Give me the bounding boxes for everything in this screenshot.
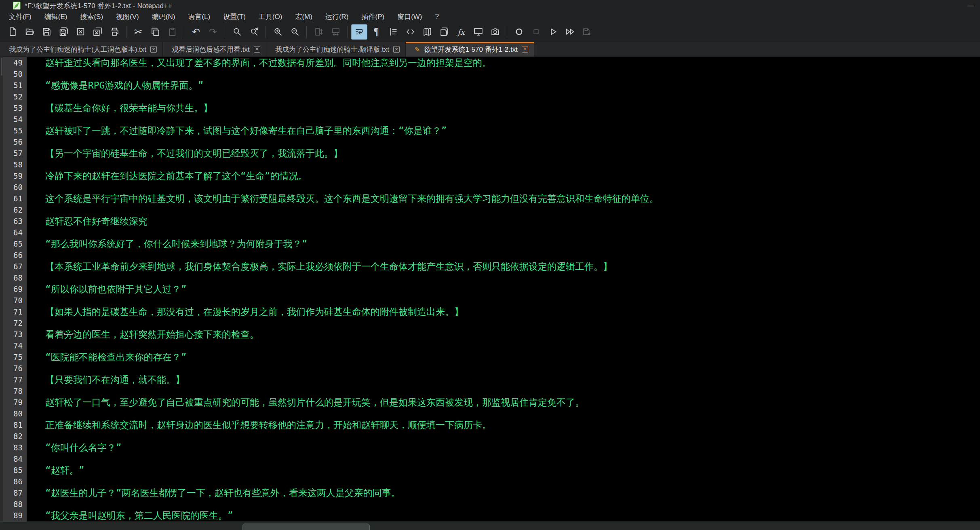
line-text: “所以你以前也依附于其它人过？” <box>27 283 980 295</box>
show-all-chars-icon[interactable]: ¶ <box>368 24 384 40</box>
line-text: 【本系统工业革命前夕来到地球，我们身体契合度极高，实际上我必须依附于一个生命体才… <box>27 261 980 272</box>
copy-icon[interactable] <box>147 24 163 40</box>
open-file-icon[interactable] <box>21 24 38 40</box>
menu-item-2[interactable]: 搜索(S) <box>74 11 110 22</box>
line-text: 这个系统是平行宇宙中的硅基文明，该文明由于繁衍受阻最终毁灭。这个东西是文明遗留下… <box>27 193 980 204</box>
editor-line: 50 <box>3 68 980 80</box>
indent-guide-icon[interactable] <box>385 24 401 40</box>
line-text: 【如果人指的是碳基生命，那没有过，在漫长的岁月之前，我们作为硅基生命体的附件被制… <box>27 306 980 317</box>
toolbar-separator <box>507 26 507 38</box>
line-text <box>27 453 980 465</box>
save-all-icon[interactable] <box>55 24 72 40</box>
tab-close-icon[interactable]: × <box>522 46 528 53</box>
editor-line: 66 <box>3 249 980 261</box>
line-text: 正准备继续和系统交流时，赵轩身边的医生似乎想要转移他的注意力，开始和赵轩聊天，顺… <box>27 419 980 431</box>
tab-1[interactable]: 我成为了公主们痴迷的骑士(人工润色版本).txt× <box>0 42 163 57</box>
line-number: 76 <box>3 363 27 374</box>
monitor-icon[interactable] <box>470 24 486 40</box>
save-macro-icon[interactable] <box>579 24 595 40</box>
func-tags-icon[interactable] <box>402 24 418 40</box>
tab-3[interactable]: 我成为了公主们痴迷的骑士.翻译版.txt× <box>266 42 406 57</box>
new-file-icon[interactable] <box>4 24 21 40</box>
line-number: 85 <box>3 465 27 476</box>
menu-item-3[interactable]: 视图(V) <box>110 11 145 22</box>
line-text <box>27 272 980 283</box>
save-icon[interactable] <box>38 24 55 40</box>
line-text: 赵轩歪过头看向那名医生，又出现了差不多的界面，不过数据有所差别。同时他注意到另一… <box>27 57 980 68</box>
line-number: 87 <box>3 487 27 498</box>
close-icon[interactable] <box>72 24 89 40</box>
cut-icon[interactable]: ✂ <box>130 24 146 40</box>
line-number: 56 <box>3 136 27 148</box>
print-icon[interactable] <box>106 24 122 40</box>
snapshot-icon[interactable] <box>487 24 503 40</box>
editor-line: 56 <box>3 136 980 148</box>
line-number: 62 <box>3 204 27 215</box>
line-number: 68 <box>3 272 27 283</box>
record-macro-icon[interactable] <box>511 24 527 40</box>
editor-line: 88 <box>3 498 980 510</box>
menu-item-7[interactable]: 工具(O) <box>252 11 289 22</box>
toolbar-separator <box>225 26 225 38</box>
line-number: 69 <box>3 283 27 295</box>
line-text <box>27 114 980 125</box>
menu-item-0[interactable]: 文件(F) <box>2 11 38 22</box>
line-number: 72 <box>3 317 27 329</box>
tab-close-icon[interactable]: × <box>150 46 157 53</box>
tab-close-icon[interactable]: × <box>254 46 260 53</box>
line-number: 55 <box>3 125 27 136</box>
stop-record-icon[interactable] <box>528 24 544 40</box>
word-wrap-icon[interactable] <box>351 24 367 40</box>
menu-item-11[interactable]: 窗口(W) <box>391 11 428 22</box>
run-macro-multiple-icon[interactable] <box>562 24 578 40</box>
doc-map-icon[interactable] <box>419 24 435 40</box>
line-text <box>27 91 980 102</box>
function-list-icon[interactable]: ƒx <box>453 24 469 40</box>
editor-line: 60 <box>3 182 980 193</box>
line-text <box>27 182 980 193</box>
close-all-icon[interactable] <box>89 24 105 40</box>
find-icon[interactable] <box>229 24 245 40</box>
editor-line: 71【如果人指的是碳基生命，那没有过，在漫长的岁月之前，我们作为硅基生命体的附件… <box>3 306 980 317</box>
paste-icon[interactable] <box>164 24 180 40</box>
line-number: 84 <box>3 453 27 465</box>
line-text <box>27 227 980 238</box>
menu-item-5[interactable]: 语言(L) <box>181 11 217 22</box>
doc-list-icon[interactable] <box>436 24 452 40</box>
editor-area[interactable]: 49赵轩歪过头看向那名医生，又出现了差不多的界面，不过数据有所差别。同时他注意到… <box>0 57 980 522</box>
menu-item-8[interactable]: 宏(M) <box>289 11 318 22</box>
menu-item-6[interactable]: 设置(T) <box>217 11 252 22</box>
line-number: 83 <box>3 442 27 453</box>
line-number: 64 <box>3 227 27 238</box>
editor-line: 74 <box>3 340 980 351</box>
menu-item-9[interactable]: 运行(R) <box>319 11 355 22</box>
line-text <box>27 476 980 487</box>
replace-icon[interactable] <box>246 24 262 40</box>
play-macro-icon[interactable] <box>545 24 561 40</box>
line-text <box>27 340 980 351</box>
sync-vertical-icon[interactable] <box>310 24 327 40</box>
title-bar[interactable]: *F:\欲望开发系统1-570 番外1-2.txt - Notepad++ — <box>0 0 980 11</box>
minimize-button[interactable]: — <box>961 0 980 11</box>
zoom-out-icon[interactable] <box>287 24 303 40</box>
line-number: 73 <box>3 329 27 340</box>
redo-icon[interactable]: ↷ <box>205 24 221 40</box>
menu-item-10[interactable]: 插件(P) <box>355 11 391 22</box>
line-number: 54 <box>3 114 27 125</box>
menu-item-4[interactable]: 编码(N) <box>145 11 182 22</box>
menu-item-1[interactable]: 编辑(E) <box>38 11 74 22</box>
undo-icon[interactable]: ↶ <box>188 24 204 40</box>
line-number: 80 <box>3 408 27 419</box>
tab-4[interactable]: ✎欲望开发系统1-570 番外1-2.txt× <box>406 42 534 57</box>
horizontal-scrollbar-thumb[interactable] <box>242 524 370 530</box>
editor-line: 84 <box>3 453 980 465</box>
editor-line: 57【另一个宇宙的硅基生命，不过我们的文明已经毁灭了，我流落于此。】 <box>3 148 980 159</box>
tab-2[interactable]: 观看后润色后感不用看.txt× <box>163 42 266 57</box>
horizontal-scrollbar[interactable] <box>0 522 980 530</box>
tab-close-icon[interactable]: × <box>393 46 400 53</box>
line-number: 58 <box>3 159 27 170</box>
text-content[interactable]: 49赵轩歪过头看向那名医生，又出现了差不多的界面，不过数据有所差别。同时他注意到… <box>3 57 980 522</box>
sync-horizontal-icon[interactable] <box>327 24 344 40</box>
zoom-in-icon[interactable] <box>270 24 286 40</box>
menu-item-12[interactable]: ? <box>429 11 445 22</box>
